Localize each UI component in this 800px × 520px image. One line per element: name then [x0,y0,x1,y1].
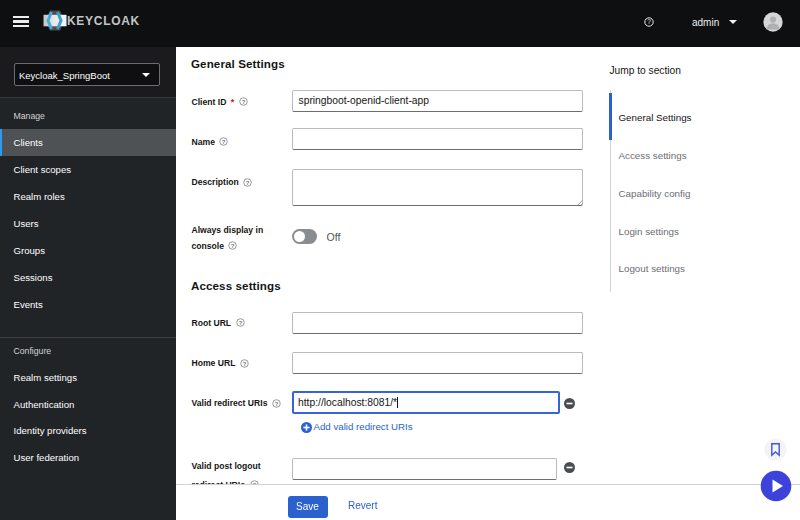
svg-text:?: ? [246,179,250,185]
svg-text:?: ? [222,139,226,145]
svg-text:?: ? [231,243,235,249]
svg-text:?: ? [275,400,279,406]
svg-text:?: ? [238,320,242,326]
svg-text:?: ? [243,360,247,366]
svg-text:?: ? [242,99,246,105]
svg-text:?: ? [647,18,651,25]
